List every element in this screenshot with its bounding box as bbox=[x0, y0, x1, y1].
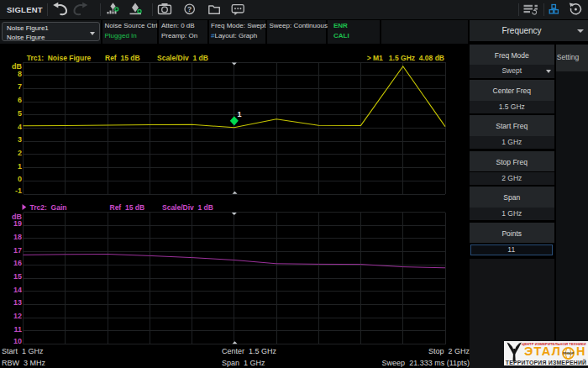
svg-text:ПРИБОР: ПРИБОР bbox=[563, 352, 574, 355]
svg-text:1: 1 bbox=[238, 110, 242, 118]
